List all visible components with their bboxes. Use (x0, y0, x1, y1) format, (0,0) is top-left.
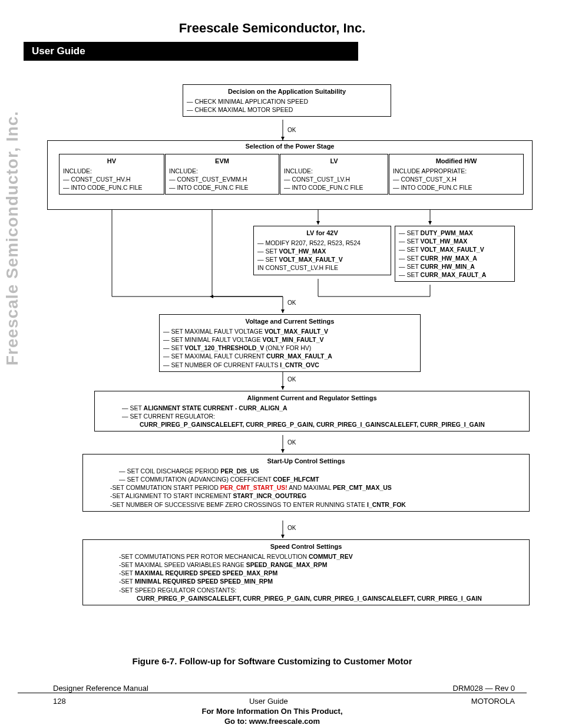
ok-4: OK (287, 439, 296, 446)
side-company-text: Freescale Semiconductor, Inc. (3, 111, 22, 365)
modset-l5: — SET CURR_HW_MIN_A (399, 262, 511, 271)
ok-2: OK (287, 299, 296, 306)
mod-box: Modified H/W INCLUDE APPROPRIATE: — CONS… (389, 154, 524, 195)
evm-inc: INCLUDE: (169, 167, 275, 175)
speed-l4: -SET MINIMAL REQUIRED SPEED SPEED_MIN_RP… (87, 577, 525, 585)
decision-box: Decision on the Application Suitability … (183, 84, 391, 117)
align-box: Alignment Current and Regulator Settings… (94, 391, 530, 431)
hv-box: HV INCLUDE: — CONST_CUST_HV.H — INTO COD… (59, 154, 164, 195)
lv42-title: LV for 42V (257, 229, 387, 238)
vcs-l5: — SET NUMBER OF CURRENT FAULTS I_CNTR_OV… (163, 361, 416, 369)
vcs-l2: — SET MINIMAL FAULT VOLTAGE VOLT_MIN_FAU… (163, 335, 416, 344)
startup-l1: — SET COIL DISCHARGE PERIOD PER_DIS_US (87, 467, 525, 475)
evm-title: EVM (169, 157, 275, 166)
ok-5: OK (287, 525, 296, 531)
footer-right1: DRM028 — Rev 0 (453, 684, 515, 693)
footer-info2: Go to: www.freescale.com (18, 717, 527, 726)
align-l3: CURR_PIREG_P_GAINSCALELEFT, CURR_PIREG_P… (98, 420, 525, 429)
startup-l5: -SET NUMBER OF SUCCESSIVE BEMF ZERO CROS… (87, 500, 525, 509)
lv-inc: INCLUDE: (284, 167, 384, 175)
modset-l3: — SET VOLT_MAX_FAULT_V (399, 245, 511, 253)
modset-l2: — SET VOLT_HW_MAX (399, 237, 511, 245)
vcs-box: Voltage and Current Settings — SET MAXIM… (159, 314, 421, 372)
svg-marker-11 (210, 295, 213, 298)
speed-l5: -SET SPEED REGULATOR CONSTANTS: (87, 586, 525, 594)
speed-l2: -SET MAXIMAL SPEED VARIABLES RANGE SPEED… (87, 561, 525, 569)
figure-caption: Figure 6-7. Follow-up for Software Custo… (18, 656, 527, 666)
speed-box: Speed Control Settings -SET COMMUTATIONS… (82, 539, 530, 605)
startup-box: Start-Up Control Settings — SET COIL DIS… (82, 454, 530, 512)
speed-l3: -SET MAXIMAL REQUIRED SPEED SPEED_MAX_RP… (87, 569, 525, 577)
speed-l6: CURR_PIREG_P_GAINSCALELEFT, CURR_PIREG_P… (87, 594, 525, 602)
evm-box: EVM INCLUDE: — CONST_CUST_EVMM.H — INTO … (165, 154, 279, 195)
startup-l4: -SET ALIGNMENT TO START INCREMENT START_… (87, 492, 525, 500)
mod-l2: — INTO CODE_FUN.C FILE (393, 183, 520, 192)
footer-right2: MOTOROLA (471, 697, 515, 706)
footer-page: 128 (53, 697, 66, 706)
decision-l1: — CHECK MINIMAL APPLICATION SPEED (187, 97, 387, 106)
startup-l2: — SET COMMUTATION (ADVANCING) COEFFICIEN… (87, 475, 525, 483)
ok-3: OK (287, 376, 296, 383)
align-title: Alignment Current and Regulator Settings (98, 394, 525, 403)
modset-l6: — SET CURR_MAX_FAULT_A (399, 271, 511, 279)
mod-l1: — CONST_CUST_X.H (393, 175, 520, 183)
ok-1: OK (287, 127, 296, 133)
selection-title: Selection of the Power Stage (51, 142, 528, 151)
align-l2: — SET CURRENT REGULATOR: (98, 412, 525, 420)
vcs-l3: — SET VOLT_120_THRESHOLD_V (ONLY FOR HV) (163, 344, 416, 352)
hv-title: HV (63, 157, 160, 166)
lv-l1: — CONST_CUST_LV.H (284, 175, 384, 183)
mod-title: Modified H/W (393, 157, 520, 166)
decision-title: Decision on the Application Suitability (187, 87, 387, 96)
hv-inc: INCLUDE: (63, 167, 160, 175)
decision-l2: — CHECK MAXIMAL MOTOR SPEED (187, 106, 387, 114)
evm-l1: — CONST_CUST_EVMM.H (169, 175, 275, 183)
lv-box: LV INCLUDE: — CONST_CUST_LV.H — INTO COD… (280, 154, 388, 195)
speed-l1: -SET COMMUTATIONS PER ROTOR MECHANICAL R… (87, 552, 525, 561)
lv-l2: — INTO CODE_FUN.C FILE (284, 183, 384, 192)
startup-title: Start-Up Control Settings (87, 457, 525, 466)
align-l1: — SET ALIGNMENT STATE CURRENT - CURR_ALI… (98, 404, 525, 412)
lv42-l2: — SET VOLT_HW_MAX (257, 247, 387, 255)
modset-l1: — SET DUTY_PWM_MAX (399, 229, 511, 237)
speed-title: Speed Control Settings (87, 542, 525, 551)
lv42-l1: — MODIFY R207, R522, R523, R524 (257, 239, 387, 247)
lv42-l4: IN CONST_CUST_LV.H FILE (257, 263, 387, 272)
evm-l2: — INTO CODE_FUN.C FILE (169, 183, 275, 192)
footer-info1: For More Information On This Product, (18, 707, 527, 716)
footer-row-1: Designer Reference Manual DRM028 — Rev 0 (18, 684, 527, 693)
vcs-l1: — SET MAXIMAL FAULT VOLTAGE VOLT_MAX_FAU… (163, 327, 416, 335)
startup-l3: -SET COMMUTATION START PERIOD PER_CMT_ST… (87, 483, 525, 492)
lv42-l3: — SET VOLT_MAX_FAULT_V (257, 255, 387, 263)
hv-l1: — CONST_CUST_HV.H (63, 175, 160, 183)
footer-mid: User Guide (249, 697, 288, 706)
hv-l2: — INTO CODE_FUN.C FILE (63, 183, 160, 192)
modset-box: — SET DUTY_PWM_MAX — SET VOLT_HW_MAX — S… (395, 226, 515, 282)
lv42-box: LV for 42V — MODIFY R207, R522, R523, R5… (253, 226, 391, 275)
company-header: Freescale Semiconductor, Inc. (18, 21, 527, 36)
vcs-title: Voltage and Current Settings (163, 317, 416, 326)
section-bar: User Guide (24, 42, 358, 61)
mod-inc: INCLUDE APPROPRIATE: (393, 167, 520, 175)
flowchart: Decision on the Application Suitability … (47, 84, 536, 644)
modset-l4: — SET CURR_HW_MAX_A (399, 254, 511, 262)
vcs-l4: — SET MAXIMAL FAULT CURRENT CURR_MAX_FAU… (163, 352, 416, 360)
lv-title: LV (284, 157, 384, 166)
footer-row-2: 128 User Guide MOTOROLA (18, 697, 527, 706)
footer-left1: Designer Reference Manual (53, 684, 148, 693)
